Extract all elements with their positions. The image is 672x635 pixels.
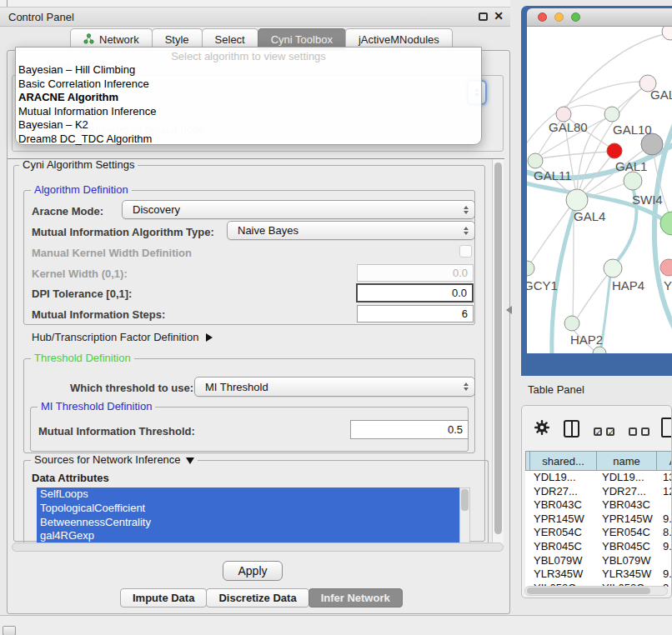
network-node[interactable] [527,261,534,276]
export-table-icon[interactable] [661,418,672,438]
sources-group-title[interactable]: Sources for Network Inference [31,454,198,466]
attribute-list-scrollbar[interactable] [459,488,470,543]
network-node[interactable] [566,189,588,211]
close-window-icon[interactable] [538,12,547,22]
table-row[interactable]: YBR045CYBR045C9. [525,540,672,554]
table-cell[interactable]: YBR045C [598,540,659,554]
scrollbar-thumb[interactable] [461,489,469,511]
aracne-mode-combobox[interactable]: Discovery [122,200,475,219]
popup-item-dream8[interactable]: Dream8 DC_TDC Algorithm [16,132,481,147]
table-cell[interactable]: YER054C [525,526,598,540]
mi-type-combobox[interactable]: Naive Bayes [227,221,475,240]
table-row[interactable]: YDL19...YDL19...13 [525,471,672,485]
network-canvas[interactable]: GAL80GALGAL10GAL1GAL11SWI4GAL4GCY1HAP4YH… [527,27,672,353]
table-cell[interactable]: YBR043C [525,498,598,512]
network-node[interactable] [660,259,672,276]
network-node[interactable] [604,107,619,122]
table-row[interactable]: YER054CYER054C8. [525,526,672,540]
dpi-tolerance-field[interactable]: 0.0 [356,283,474,302]
network-node[interactable] [593,347,606,353]
popup-item-mutual-information[interactable]: Mutual Information Inference [16,105,481,119]
table-cell[interactable]: YBR043C [598,498,659,512]
list-item[interactable]: gal4RGexp [37,529,459,543]
table-cell[interactable] [659,554,672,568]
node-label: GAL80 [549,120,588,134]
unchecked-checkbox-icon[interactable] [629,428,637,436]
table-row[interactable]: YDR27...YDR27...12 [525,485,672,499]
tab-discretize-data[interactable]: Discretize Data [206,588,308,608]
kernel-width-field[interactable]: 0.0 [357,264,474,282]
table-cell[interactable]: 9. [659,540,672,554]
table-cell[interactable]: YDL19... [598,471,659,485]
table-cell[interactable]: 9. [659,512,672,527]
checked-checkbox-icon[interactable]: ✓ [606,428,614,436]
column-header[interactable]: shared... [529,451,597,471]
list-item[interactable]: BetweennessCentrality [37,516,459,530]
network-window-titlebar[interactable] [527,8,672,27]
table-cell[interactable]: YBL079W [525,554,598,568]
column-header[interactable]: A [656,451,672,471]
table-cell[interactable]: YLR345W [525,568,598,582]
zoom-window-icon[interactable] [571,12,580,22]
list-item[interactable]: TopologicalCoefficient [37,502,459,516]
table-cell[interactable] [659,498,672,512]
table-cell[interactable]: 13 [659,471,672,485]
minimize-window-icon[interactable] [554,12,564,22]
table-row[interactable]: YPR145WYPR145W9. [525,512,672,527]
panel-splitter-arrow[interactable] [506,306,512,314]
popup-item-bayesian-hill-climbing[interactable]: Bayesian – Hill Climbing [16,63,481,78]
checked-checkbox-icon[interactable]: ✓ [594,428,602,436]
tab-infer-network[interactable]: Infer Network [308,588,403,608]
table-cell[interactable]: 9. [659,568,672,582]
table-cell[interactable]: 8. [659,526,672,540]
table-cell[interactable]: YDR27... [598,485,659,499]
table-horizontal-scrollbar[interactable] [524,586,668,596]
data-attributes-list[interactable]: SelfLoops TopologicalCoefficient Between… [37,488,459,543]
scrollbar-thumb[interactable] [527,588,650,594]
tab-impute-data[interactable]: Impute Data [120,588,207,608]
scrollbar-thumb[interactable] [494,162,502,534]
network-node[interactable] [607,143,622,158]
table-row[interactable]: YLR345WYLR345W9. [525,568,672,582]
kernel-width-label: Kernel Width (0,1): [32,268,128,280]
column-header[interactable]: name [596,451,657,471]
settings-horizontal-scrollbar[interactable] [12,542,504,552]
which-threshold-combobox[interactable]: MI Threshold [194,377,475,397]
popup-item-basic-correlation[interactable]: Basic Correlation Inference [16,78,481,92]
network-node[interactable] [528,153,543,168]
select-columns-icon[interactable] [564,420,579,438]
network-edge [530,207,570,263]
network-node[interactable] [660,212,672,235]
mi-threshold-field[interactable]: 0.5 [350,420,469,439]
gear-icon[interactable] [534,419,550,439]
network-node[interactable] [662,27,672,40]
list-item[interactable]: SelfLoops [37,488,459,502]
manual-kernel-checkbox[interactable] [459,245,472,258]
popup-item-aracne[interactable]: ARACNE Algorithm [16,91,481,105]
table-cell[interactable]: 12 [659,485,672,499]
table-cell[interactable]: YPR145W [525,512,598,527]
close-panel-icon[interactable]: ✕ [494,9,504,22]
tab-label: Cyni Toolbox [271,33,333,46]
table-cell[interactable]: YPR145W [598,512,659,527]
network-node[interactable] [564,316,579,331]
collapse-corner-button[interactable] [3,626,16,635]
table-cell[interactable]: YDR27... [525,485,598,499]
table-cell[interactable]: YBL079W [598,554,659,568]
float-window-icon[interactable] [479,12,488,21]
table-cell[interactable]: YBR045C [525,540,598,554]
table-row[interactable]: YBR043CYBR043C [525,498,672,512]
mi-steps-field[interactable]: 6 [357,305,474,322]
table-cell[interactable]: YLR345W [598,568,659,582]
table-cell[interactable]: YER054C [598,526,659,540]
network-node[interactable] [604,259,622,278]
table-row[interactable]: YBL079WYBL079W [525,554,672,568]
network-node[interactable] [624,172,642,190]
hub-definition-expander[interactable]: Hub/Transcription Factor Definition [32,331,213,343]
popup-item-bayesian-k2[interactable]: Bayesian – K2 [16,118,481,132]
apply-button[interactable]: Apply [223,561,283,581]
network-edge [617,88,642,109]
unchecked-checkbox-icon[interactable] [641,428,649,436]
table-cell[interactable]: YDL19... [525,471,598,485]
settings-vertical-scrollbar[interactable] [492,159,504,549]
